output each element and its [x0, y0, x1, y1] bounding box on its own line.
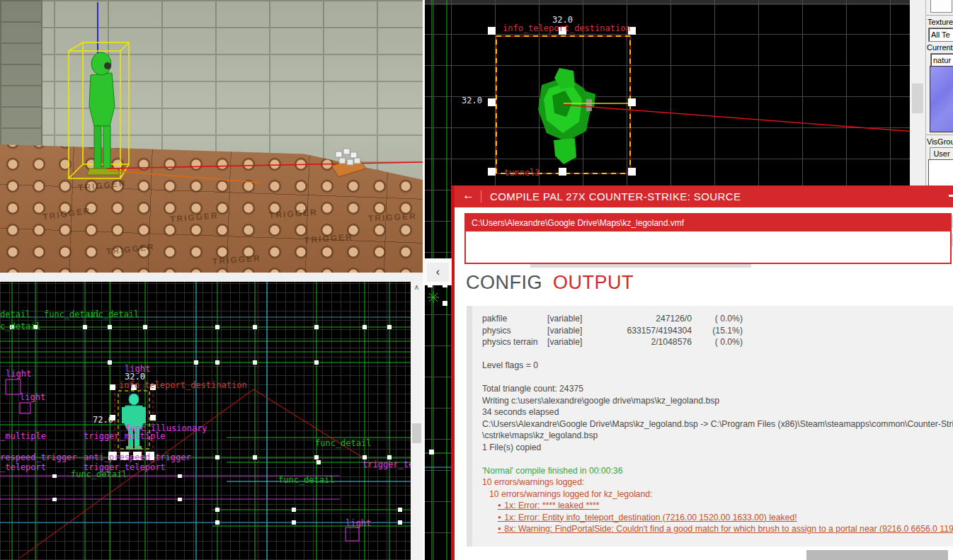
divider	[926, 135, 953, 135]
stat-name: physics	[482, 325, 547, 337]
stat-kind: [variable]	[547, 336, 608, 348]
scrollbar-thumb[interactable]	[912, 84, 923, 113]
compile-log-lines: Level flags = 0 Total triangle count: 24…	[482, 348, 953, 535]
scrollbar-corner: ‹	[425, 258, 452, 285]
stat-kind: [variable]	[547, 325, 608, 337]
log-line: 10 errors/warnings logged:	[482, 476, 953, 488]
minimize-icon[interactable]	[949, 195, 953, 197]
entity-label: info_teleport_destination	[119, 381, 247, 389]
stat-value: 2/1048576	[608, 336, 692, 348]
lego-piece-entity[interactable]	[331, 149, 366, 177]
entity-label: unc_detail	[88, 310, 139, 319]
entity-label: light	[6, 370, 31, 378]
current-texture-dropdown[interactable]: natur	[930, 53, 953, 67]
stat-kind: [variable]	[547, 313, 608, 325]
entity-label: tunnel3	[504, 168, 540, 177]
log-line: 34 seconds elapsed	[482, 406, 953, 418]
file-list-horizontal-scrollbar[interactable]	[530, 264, 751, 268]
scrollbar-vertical-front-view[interactable]: ∧	[411, 282, 423, 560]
hammer-editor-app: TRIGGER TRIGGER TRIGGER TRIGGER TRIGGER …	[0, 0, 953, 560]
sidebar-top-button[interactable]	[930, 0, 952, 13]
entity-label: 72.0	[93, 416, 113, 424]
scroll-left-button[interactable]: ‹	[427, 263, 449, 282]
map-file-list[interactable]: C:\Users\Alexandre\Google Drive\Maps\kz_…	[464, 213, 952, 264]
log-line: Writing c:\users\alexandre\google drive\…	[482, 395, 953, 407]
compile-output-log[interactable]: pakfile [variable] 247126/0 ( 0.0%) phys…	[467, 306, 953, 547]
texture-group-label: Texture	[928, 18, 953, 26]
log-line: Total triangle count: 24375	[482, 383, 953, 395]
stat-name: pakfile	[482, 313, 547, 325]
viewport-divider-horizontal	[0, 273, 423, 282]
stat-name: physics terrain	[482, 336, 547, 348]
entity-label: func_detail	[278, 476, 334, 484]
divider	[926, 15, 953, 16]
entity-label: _multiple	[0, 432, 46, 440]
stat-percent: ( 0.0%)	[692, 313, 743, 325]
scrollbar-vertical-top-view[interactable]	[910, 0, 925, 185]
entity-label: 32.0	[462, 96, 482, 105]
chevron-left-icon: ‹	[436, 265, 440, 278]
log-line: 1 File(s) copied	[482, 442, 953, 454]
entity-label: _teleport	[0, 463, 46, 472]
compile-bottom-button[interactable]	[806, 550, 948, 560]
entity-label: anti_prespeed_trigger	[84, 453, 191, 462]
viewport-3d[interactable]: TRIGGER TRIGGER TRIGGER TRIGGER TRIGGER …	[0, 0, 423, 273]
log-line	[482, 348, 953, 360]
log-line: \cstrike\maps\kz_legoland.bsp	[482, 430, 953, 442]
player-model-3d[interactable]	[87, 52, 120, 175]
player-face	[104, 62, 111, 69]
scroll-up-button[interactable]: ∧	[411, 282, 423, 294]
selected-map-file[interactable]: C:\Users\Alexandre\Google Drive\Maps\kz_…	[466, 215, 950, 232]
stat-percent: (15.1%)	[692, 325, 743, 337]
entity-label: info_teleport_destination	[503, 24, 631, 33]
compile-stats: pakfile [variable] 247126/0 ( 0.0%) phys…	[482, 313, 953, 348]
viewport-3d-overlay	[0, 0, 423, 273]
entity-label: respeed_trigger	[0, 453, 76, 462]
current-texture-label: Current	[927, 43, 953, 52]
log-line[interactable]: 8x: Warning: FindPortalSide: Couldn't fi…	[482, 523, 953, 535]
stat-line: pakfile [variable] 247126/0 ( 0.0%)	[482, 313, 953, 325]
path-line-red	[107, 162, 423, 168]
entity-label: detail	[0, 310, 30, 319]
entity-label: func_detail	[71, 470, 127, 479]
viewport-2d-front[interactable]: detail func_detail unc_detail c_detail l…	[0, 282, 411, 560]
log-line[interactable]: 1x: Error: Entity info_teleport_destinat…	[482, 512, 953, 524]
scrollbar-thumb[interactable]	[412, 423, 421, 443]
chevron-up-icon: ∧	[414, 283, 419, 291]
texture-preview[interactable]	[930, 66, 953, 132]
log-line: 10 errors/warnings logged for kz_legolan…	[482, 488, 953, 501]
visgroups-user-tab[interactable]: User	[930, 147, 953, 160]
log-line: Level flags = 0	[482, 360, 953, 372]
back-arrow-icon[interactable]: ←	[462, 188, 474, 202]
log-line	[482, 372, 953, 384]
stat-line: physics terrain [variable] 2/1048576 ( 0…	[482, 336, 953, 348]
log-line: C:\Users\Alexandre\Google Drive\Maps\kz_…	[482, 418, 953, 430]
stat-value: 633157/4194304	[608, 325, 692, 337]
entity-label: c_detail	[0, 322, 41, 331]
texture-group-dropdown[interactable]: All Te	[928, 28, 953, 42]
entity-label: light	[20, 393, 45, 401]
compile-window-titlebar[interactable]: ← COMPILE PAL 27X COUNTER-STRIKE: SOURCE	[455, 185, 953, 207]
viewport-2d-front-labels: detail func_detail unc_detail c_detail l…	[0, 282, 411, 560]
entity-label: trigger_multiple	[84, 432, 166, 440]
log-line	[482, 453, 953, 465]
stat-value: 247126/0	[608, 313, 692, 325]
log-line[interactable]: 1x: Error: **** leaked ****	[482, 500, 953, 512]
entity-label: light	[346, 519, 371, 527]
log-line: 'Normal' compile finished in 00:00:36	[482, 465, 953, 477]
tab[interactable]: CONFIG	[466, 272, 542, 294]
path-line-orange	[109, 171, 260, 183]
stat-line: physics [variable] 633157/4194304 (15.1%…	[482, 325, 953, 337]
stat-percent: ( 0.0%)	[692, 336, 743, 348]
compile-pal-window: ← COMPILE PAL 27X COUNTER-STRIKE: SOURCE…	[452, 185, 953, 560]
compile-tabs: CONFIG OUTPUT	[466, 272, 644, 294]
window-title: COMPILE PAL 27X COUNTER-STRIKE: SOURCE	[490, 190, 741, 202]
tab[interactable]: OUTPUT	[553, 272, 634, 294]
visgroups-listbox[interactable]	[928, 159, 953, 189]
visgroups-label: VisGrou	[927, 137, 953, 146]
entity-label: func_detail	[315, 439, 371, 447]
titlebar-divider	[481, 190, 481, 202]
